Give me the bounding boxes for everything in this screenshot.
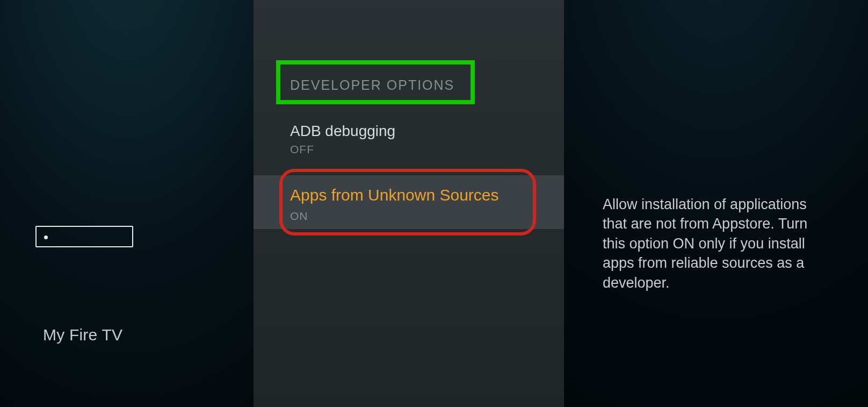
left-panel: My Fire TV — [0, 0, 254, 407]
parent-menu-label: My Fire TV — [43, 326, 122, 344]
option-adb-debugging-state: OFF — [290, 143, 559, 156]
option-apps-from-unknown-sources-title: Apps from Unknown Sources — [290, 186, 559, 204]
preview-indicator-box — [35, 226, 133, 247]
option-adb-debugging-title: ADB debugging — [290, 123, 559, 140]
option-apps-from-unknown-sources[interactable]: Apps from Unknown Sources ON — [290, 186, 559, 223]
option-adb-debugging[interactable]: ADB debugging OFF — [290, 123, 559, 156]
option-description-text: Allow installation of applications that … — [603, 195, 828, 292]
section-header-developer-options: DEVELOPER OPTIONS — [290, 77, 454, 93]
screen: My Fire TV DEVELOPER OPTIONS ADB debuggi… — [0, 0, 868, 407]
option-apps-from-unknown-sources-state: ON — [290, 210, 559, 223]
preview-indicator-dot-icon — [44, 235, 48, 239]
